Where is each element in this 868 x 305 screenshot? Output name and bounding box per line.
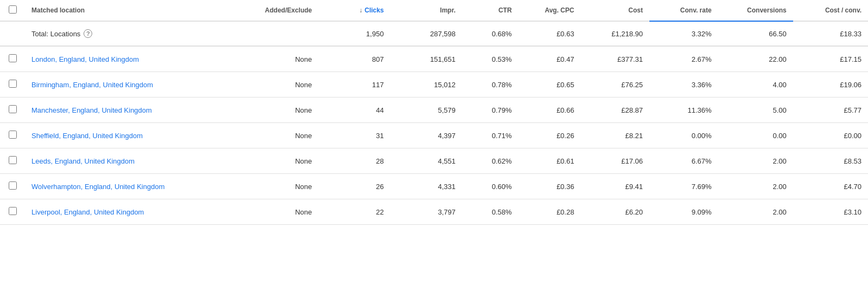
row-cost-conv: £19.06 — [793, 72, 868, 98]
row-cost-conv: £0.00 — [793, 123, 868, 148]
table-row: Leeds, England, United Kingdom None 28 4… — [0, 148, 868, 174]
table-row: Wolverhampton, England, United Kingdom N… — [0, 174, 868, 199]
row-location: Manchester, England, United Kingdom — [25, 98, 237, 123]
row-location: Wolverhampton, England, United Kingdom — [25, 174, 237, 199]
location-link[interactable]: Wolverhampton, England, United Kingdom — [31, 183, 164, 191]
location-link[interactable]: Manchester, England, United Kingdom — [31, 106, 152, 114]
location-link[interactable]: Sheffield, England, United Kingdom — [31, 132, 143, 140]
row-impr: 4,331 — [390, 174, 462, 199]
row-clicks: 28 — [318, 148, 390, 174]
total-added-cell — [237, 21, 318, 46]
row-cost: £76.25 — [580, 72, 649, 98]
row-conversions: 4.00 — [718, 72, 793, 98]
col-impr-label: Impr. — [440, 7, 456, 14]
select-all-header[interactable] — [0, 0, 25, 21]
location-link[interactable]: Leeds, England, United Kingdom — [31, 157, 135, 165]
row-cost: £8.21 — [580, 123, 649, 148]
row-checkbox-cell[interactable] — [0, 148, 25, 174]
row-avg-cpc: £0.66 — [518, 98, 580, 123]
col-avgcpc-label: Avg. CPC — [545, 7, 574, 14]
row-location: Liverpool, England, United Kingdom — [25, 199, 237, 225]
row-cost-conv: £8.53 — [793, 148, 868, 174]
table-row: Birmingham, England, United Kingdom None… — [0, 72, 868, 98]
table-row: Manchester, England, United Kingdom None… — [0, 98, 868, 123]
total-cost: £1,218.90 — [580, 21, 649, 46]
row-checkbox[interactable] — [9, 54, 17, 62]
row-conversions: 2.00 — [718, 148, 793, 174]
row-conv-rate: 2.67% — [649, 46, 718, 72]
row-impr: 4,551 — [390, 148, 462, 174]
row-avg-cpc: £0.65 — [518, 72, 580, 98]
total-cost-conv: £18.33 — [793, 21, 868, 46]
col-header-cost-conv[interactable]: Cost / conv. — [793, 0, 868, 21]
location-link[interactable]: Birmingham, England, United Kingdom — [31, 81, 153, 89]
help-icon[interactable]: ? — [84, 29, 92, 38]
row-clicks: 117 — [318, 72, 390, 98]
col-header-conversions[interactable]: Conversions — [718, 0, 793, 21]
row-conversions: 2.00 — [718, 174, 793, 199]
row-checkbox-cell[interactable] — [0, 199, 25, 225]
col-header-ctr[interactable]: CTR — [462, 0, 519, 21]
row-conv-rate: 9.09% — [649, 199, 718, 225]
row-location: Leeds, England, United Kingdom — [25, 148, 237, 174]
total-ctr: 0.68% — [462, 21, 519, 46]
row-cost-conv: £17.15 — [793, 46, 868, 72]
sort-down-icon: ↓ — [359, 7, 362, 14]
row-added: None — [237, 72, 318, 98]
total-avg-cpc: £0.63 — [518, 21, 580, 46]
row-added: None — [237, 174, 318, 199]
row-cost: £9.41 — [580, 174, 649, 199]
col-header-clicks[interactable]: ↓Clicks — [318, 0, 390, 21]
row-cost: £377.31 — [580, 46, 649, 72]
row-added: None — [237, 98, 318, 123]
row-cost: £6.20 — [580, 199, 649, 225]
row-ctr: 0.71% — [462, 123, 519, 148]
row-cost-conv: £4.70 — [793, 174, 868, 199]
row-conversions: 22.00 — [718, 46, 793, 72]
total-conversions: 66.50 — [718, 21, 793, 46]
total-conv-rate: 3.32% — [649, 21, 718, 46]
row-checkbox-cell[interactable] — [0, 98, 25, 123]
col-header-cost[interactable]: Cost — [580, 0, 649, 21]
col-clicks-label: Clicks — [365, 7, 384, 14]
row-checkbox[interactable] — [9, 181, 17, 190]
row-conv-rate: 11.36% — [649, 98, 718, 123]
location-link[interactable]: London, England, United Kingdom — [31, 55, 139, 63]
total-row: Total: Locations ? 1,950 287,598 0.68% £… — [0, 21, 868, 46]
row-checkbox[interactable] — [9, 131, 17, 139]
total-label-cell: Total: Locations ? — [25, 21, 237, 46]
row-checkbox-cell[interactable] — [0, 174, 25, 199]
col-added-label: Added/Exclude — [265, 7, 312, 14]
col-header-impr[interactable]: Impr. — [390, 0, 462, 21]
row-avg-cpc: £0.47 — [518, 46, 580, 72]
row-ctr: 0.53% — [462, 46, 519, 72]
location-link[interactable]: Liverpool, England, United Kingdom — [31, 208, 144, 216]
row-checkbox-cell[interactable] — [0, 123, 25, 148]
row-ctr: 0.78% — [462, 72, 519, 98]
row-added: None — [237, 148, 318, 174]
col-convrate-label: Conv. rate — [680, 7, 712, 14]
col-header-avg-cpc[interactable]: Avg. CPC — [518, 0, 580, 21]
table-row: Sheffield, England, United Kingdom None … — [0, 123, 868, 148]
row-cost-conv: £3.10 — [793, 199, 868, 225]
row-location: London, England, United Kingdom — [25, 46, 237, 72]
row-checkbox-cell[interactable] — [0, 72, 25, 98]
row-added: None — [237, 199, 318, 225]
row-checkbox[interactable] — [9, 156, 17, 164]
select-all-checkbox[interactable] — [9, 5, 17, 14]
row-added: None — [237, 123, 318, 148]
row-conv-rate: 7.69% — [649, 174, 718, 199]
row-location: Birmingham, England, United Kingdom — [25, 72, 237, 98]
row-checkbox-cell[interactable] — [0, 46, 25, 72]
total-impr: 287,598 — [390, 21, 462, 46]
row-ctr: 0.79% — [462, 98, 519, 123]
total-clicks: 1,950 — [318, 21, 390, 46]
col-header-conv-rate[interactable]: Conv. rate — [649, 0, 718, 21]
row-checkbox[interactable] — [9, 105, 17, 113]
row-cost-conv: £5.77 — [793, 98, 868, 123]
row-impr: 151,651 — [390, 46, 462, 72]
row-checkbox[interactable] — [9, 80, 17, 88]
row-clicks: 807 — [318, 46, 390, 72]
row-impr: 15,012 — [390, 72, 462, 98]
row-checkbox[interactable] — [9, 207, 17, 215]
